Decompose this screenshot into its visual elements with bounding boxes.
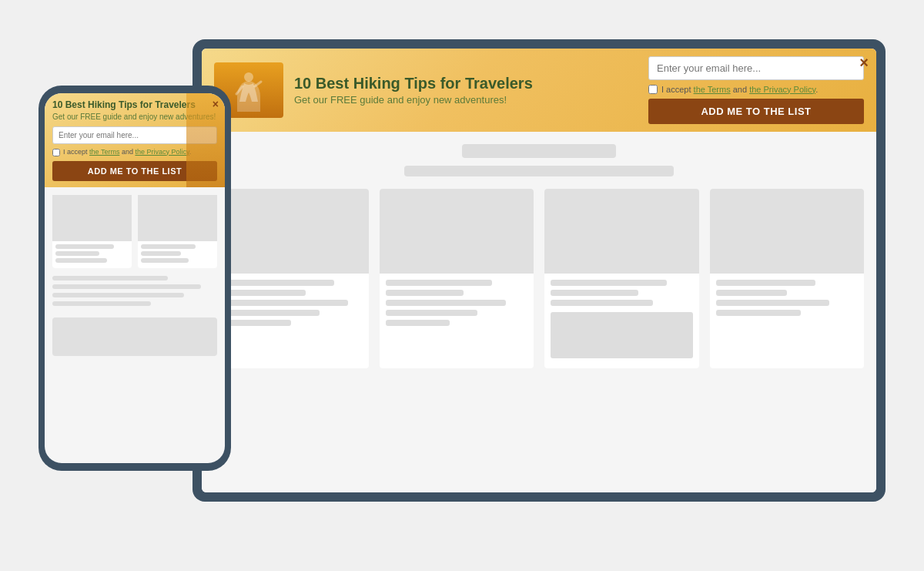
card-image [214,189,369,274]
card-line [386,280,492,286]
hiker-silhouette-icon [233,71,264,113]
skeleton-mid-bar [404,166,674,176]
mobile-skel-line [52,301,151,306]
desktop-email-input[interactable] [648,56,864,80]
card-line [551,290,638,296]
desktop-popup-text: 10 Best Hiking Tips for Travelers Get ou… [294,75,641,106]
desktop-terms-checkbox[interactable] [648,85,658,94]
card-line [220,310,320,316]
card-body [710,280,865,326]
card-image [544,189,699,274]
card-line [220,300,348,306]
mobile-card-line [55,251,99,256]
mobile-popup: 10 Best Hiking Tips for Travelers Get ou… [45,93,225,188]
mobile-popup-bg [186,93,225,188]
desktop-popup: 10 Best Hiking Tips for Travelers Get ou… [202,49,876,132]
grid-card [380,189,534,368]
skeleton-top-bar [462,144,616,158]
card-line [716,290,787,296]
card-line [220,290,306,296]
desktop-grid [214,189,864,368]
mobile-card-line [141,244,196,249]
desktop-terms-link[interactable]: the Terms [694,85,731,94]
svg-point-0 [244,72,253,82]
card-line [386,320,450,326]
mobile-card-image [138,195,217,241]
desktop-privacy-link[interactable]: the Privacy Policy [749,85,815,94]
card-line [551,312,693,358]
grid-card [710,189,865,368]
grid-card [214,189,369,368]
mobile-terms-link[interactable]: the Terms [89,148,119,156]
desktop-popup-subtitle: Get our FREE guide and enjoy new adventu… [294,94,641,106]
mobile-card-line [55,244,114,249]
mobile-card-body [138,241,217,268]
mobile-card-body [52,241,132,268]
mobile-skeleton-lines [52,276,217,306]
mobile-device: 10 Best Hiking Tips for Travelers Get ou… [38,86,231,471]
mobile-bottom-card [52,317,217,356]
card-line [716,310,802,316]
mobile-content [45,187,225,364]
card-line [386,290,464,296]
mobile-terms-text: I accept the Terms and the Privacy Polic… [63,148,191,157]
card-line [551,280,667,286]
mobile-card [52,195,132,268]
card-line [551,300,653,306]
mobile-grid [52,195,217,268]
card-line [386,310,478,316]
desktop-screen: 10 Best Hiking Tips for Travelers Get ou… [202,49,876,492]
mobile-screen: 10 Best Hiking Tips for Travelers Get ou… [45,93,225,463]
mobile-skel-line [52,284,201,289]
card-line [220,280,334,286]
card-line [386,300,507,306]
mobile-card-line [141,251,181,256]
desktop-add-button[interactable]: ADD ME TO THE LIST [648,99,864,124]
card-line [716,280,815,286]
desktop-content [202,132,876,492]
desktop-terms-row: I accept the Terms and the Privacy Polic… [648,85,864,94]
card-image [380,189,534,274]
desktop-popup-title: 10 Best Hiking Tips for Travelers [294,75,641,92]
desktop-popup-form: I accept the Terms and the Privacy Polic… [648,56,864,124]
mobile-close-button[interactable]: × [213,98,219,110]
mobile-card-image [52,195,132,241]
scene: 10 Best Hiking Tips for Travelers Get ou… [38,24,886,548]
grid-card [544,189,699,368]
card-image [710,189,865,274]
mobile-skel-line [52,293,184,297]
desktop-device: 10 Best Hiking Tips for Travelers Get ou… [192,39,886,502]
card-body [214,280,369,336]
card-body [380,280,534,336]
desktop-close-button[interactable]: × [859,55,869,70]
mobile-terms-checkbox[interactable] [52,149,60,156]
mobile-card-line [141,258,189,263]
desktop-terms-text: I accept the Terms and the Privacy Polic… [661,85,818,94]
mobile-skel-line [52,276,168,280]
card-body [544,280,699,368]
mobile-card [138,195,217,268]
card-line [716,300,830,306]
mobile-privacy-link[interactable]: the Privacy Policy [135,148,189,156]
mobile-card-line [55,258,107,263]
